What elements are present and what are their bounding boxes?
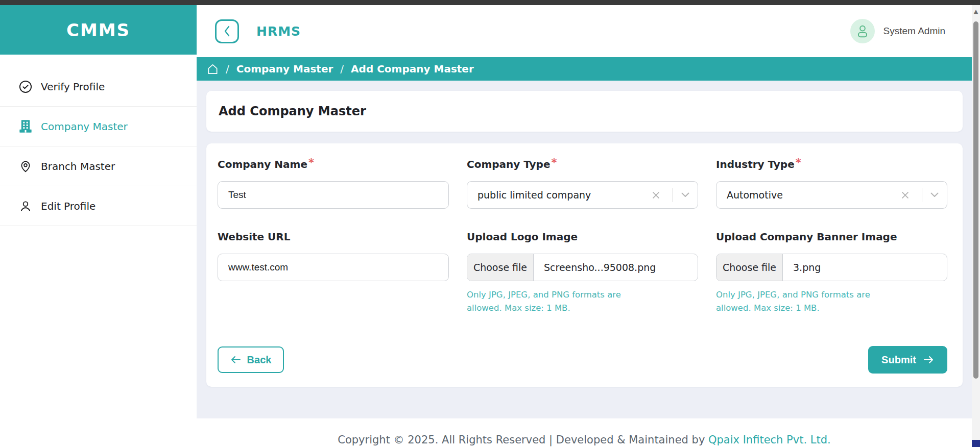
field-company-type: Company Type* public limited company [467,158,698,209]
sidebar: CMMS Verify Profile [0,5,197,447]
banner-filename: 3.png [783,262,821,273]
submit-button-label: Submit [881,354,916,366]
banner-file-input[interactable]: Choose file 3.png [716,254,947,281]
sidebar-item-branch-master[interactable]: Branch Master [0,146,197,186]
company-name-input[interactable] [218,182,448,208]
breadcrumb: / Company Master / Add Company Master [197,57,972,81]
website-url-input[interactable] [218,254,448,281]
industry-type-label: Industry Type* [716,158,947,172]
chevron-left-icon [222,25,232,37]
chevron-down-icon[interactable] [922,192,947,197]
user-menu[interactable]: System Admin [850,19,945,43]
company-name-control [218,181,449,209]
submit-button[interactable]: Submit [868,346,947,374]
sidebar-item-verify-profile[interactable]: Verify Profile [0,67,197,107]
clear-icon[interactable] [901,191,922,199]
back-button-label: Back [247,354,272,366]
logo-file-input[interactable]: Choose file Screensho...95008.png [467,254,698,281]
logo-image-label: Upload Logo Image [467,231,698,245]
form-card: Company Name* Company Type* public limit… [206,143,963,387]
sidebar-menu: Verify Profile [0,67,197,226]
form-actions: Back Submit [218,346,947,374]
user-icon [18,199,33,213]
required-asterisk: * [796,157,801,169]
sidebar-item-edit-profile[interactable]: Edit Profile [0,186,197,226]
field-company-name: Company Name* [218,158,449,209]
building-icon [18,119,33,134]
page-title: Add Company Master [219,104,366,118]
website-url-control [218,254,449,281]
app-window: CMMS Verify Profile [0,0,980,447]
footer: Copyright © 2025. All Rights Reserved | … [197,418,972,447]
scrollbar-thumb[interactable] [973,21,978,379]
arrow-right-icon [923,356,934,364]
field-logo-image: Upload Logo Image Choose file Screensho.… [467,231,698,315]
choose-file-button[interactable]: Choose file [467,254,534,281]
required-asterisk: * [308,157,314,169]
breadcrumb-current-page: Add Company Master [351,63,474,75]
field-industry-type: Industry Type* Automotive [716,158,947,209]
vertical-scrollbar[interactable]: ▲ [972,5,980,447]
clear-icon[interactable] [652,191,673,199]
field-banner-image: Upload Company Banner Image Choose file … [716,231,947,315]
avatar [850,19,875,43]
header-title: HRMS [256,24,301,39]
chevron-down-icon[interactable] [673,192,698,197]
scrollbar-up-arrow-icon[interactable]: ▲ [973,8,979,15]
check-circle-icon [18,80,33,94]
home-icon[interactable] [207,63,219,75]
page-title-card: Add Company Master [206,91,963,132]
website-url-label: Website URL [218,231,449,245]
sidebar-item-label: Edit Profile [41,200,95,212]
banner-helper-text: Only JPG, JPEG, and PNG formats are allo… [716,288,896,315]
arrow-left-icon [230,356,242,364]
company-type-selected-value: public limited company [467,189,652,201]
map-pin-icon [18,159,33,173]
logo-helper-text: Only JPG, JPEG, and PNG formats are allo… [467,288,647,315]
sidebar-header: CMMS [0,5,197,55]
breadcrumb-separator: / [226,63,229,75]
user-name-label: System Admin [883,26,945,37]
breadcrumb-separator: / [340,63,344,75]
user-avatar-icon [856,24,869,38]
scrollbar-bottom-corner [972,440,980,447]
sidebar-item-company-master[interactable]: Company Master [0,107,197,146]
browser-top-strip [0,0,980,5]
header-back-button[interactable] [215,19,239,43]
logo-filename: Screensho...95008.png [534,262,656,273]
required-asterisk: * [552,157,557,169]
main-content: Add Company Master Company Name* Company… [197,81,972,418]
company-name-label: Company Name* [218,158,449,172]
sidebar-item-label: Verify Profile [41,81,105,93]
field-website-url: Website URL [218,231,449,315]
banner-image-label: Upload Company Banner Image [716,231,947,245]
choose-file-button[interactable]: Choose file [716,254,783,281]
footer-company-link[interactable]: Qpaix Infitech Pvt. Ltd. [708,434,831,446]
industry-type-select[interactable]: Automotive [716,181,947,209]
app-logo-text: CMMS [66,20,130,40]
company-type-select[interactable]: public limited company [467,181,698,209]
company-type-label: Company Type* [467,158,698,172]
footer-text: Copyright © 2025. All Rights Reserved | … [338,434,830,446]
back-button[interactable]: Back [218,346,284,373]
breadcrumb-company-master[interactable]: Company Master [236,63,333,75]
sidebar-item-label: Branch Master [41,160,115,172]
industry-type-selected-value: Automotive [716,189,901,201]
top-header: HRMS System Admin [197,5,972,57]
form-grid: Company Name* Company Type* public limit… [206,143,963,315]
sidebar-item-label: Company Master [41,120,128,133]
